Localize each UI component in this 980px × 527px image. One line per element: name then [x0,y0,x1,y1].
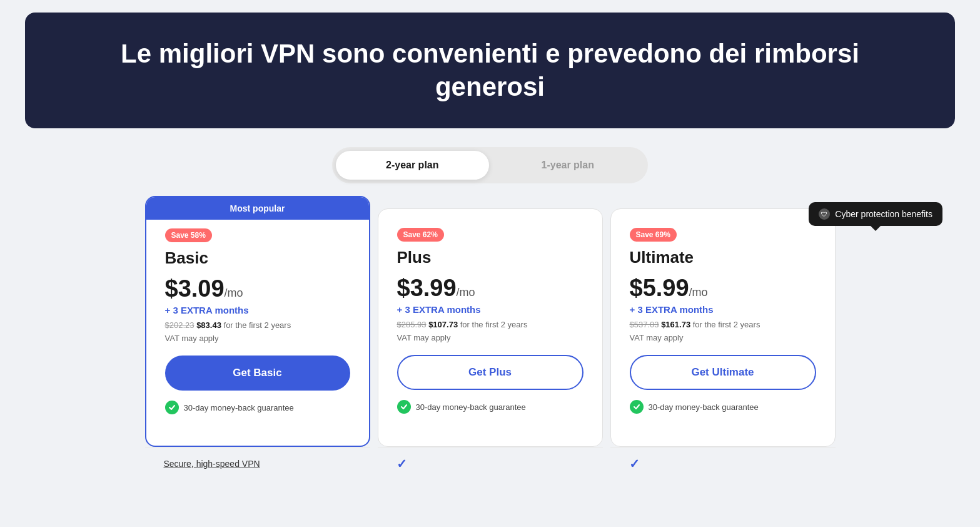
tooltip-label: Cyber protection benefits [835,209,932,219]
plan-card-plus: Save 62% Plus $3.99/mo + 3 EXTRA months … [378,208,603,447]
plan-name-ultimate: Ultimate [630,248,816,267]
save-badge-plus: Save 62% [397,228,444,242]
plan-name-basic: Basic [165,248,350,268]
money-back-icon-basic [165,401,179,414]
plan-price-basic: $3.09/mo [165,275,350,302]
page-wrapper: Le migliori VPN sono convenienti e preve… [0,13,980,505]
extra-months-ultimate: + 3 EXTRA months [630,304,816,315]
money-back-icon-ultimate [630,400,644,414]
get-ultimate-button[interactable]: Get Ultimate [630,355,816,390]
plan-price-ultimate: $5.99/mo [630,275,816,302]
tooltip-wrapper: 🛡 Cyber protection benefits [809,202,942,226]
check-plus: ✓ [397,456,407,471]
bottom-feature-row: Secure, high-speed VPN ✓ ✓ [0,447,980,480]
header-banner: Le migliori VPN sono convenienti e preve… [25,13,955,128]
billing-ultimate: $537.03 $161.73 for the first 2 years [630,320,816,329]
vat-basic: VAT may apply [165,334,350,343]
plan-card-ultimate: Save 69% Ultimate $5.99/mo + 3 EXTRA mon… [610,208,836,447]
plan-toggle: 2-year plan 1-year plan [332,147,648,183]
plan-name-plus: Plus [397,248,583,267]
billing-basic: $202.23 $83.43 for the first 2 years [165,320,350,330]
save-badge-ultimate: Save 69% [630,228,677,242]
bottom-feature-right: ✓ [610,447,836,480]
get-basic-button[interactable]: Get Basic [165,356,350,391]
secure-vpn-link[interactable]: Secure, high-speed VPN [164,459,260,469]
plan-price-plus: $3.99/mo [397,275,583,302]
save-badge-basic: Save 58% [165,228,212,242]
vat-plus: VAT may apply [397,333,583,342]
plan-toggle-wrapper: 2-year plan 1-year plan [0,147,980,183]
page-title: Le migliori VPN sono convenienti e preve… [63,38,917,103]
money-back-ultimate: 30-day money-back guarantee [630,400,816,414]
cyber-protection-tooltip: 🛡 Cyber protection benefits [809,202,942,226]
vat-ultimate: VAT may apply [630,333,816,342]
get-plus-button[interactable]: Get Plus [397,355,583,390]
bottom-feature-center: ✓ [378,447,603,480]
shield-icon: 🛡 [819,208,830,220]
plan-toggle-2year[interactable]: 2-year plan [336,151,488,180]
money-back-icon-plus [397,400,411,414]
cards-area: 🛡 Cyber protection benefits Most popular… [0,208,980,447]
billing-plus: $285.93 $107.73 for the first 2 years [397,320,583,329]
extra-months-plus: + 3 EXTRA months [397,304,583,315]
plan-toggle-1year[interactable]: 1-year plan [492,151,644,180]
extra-months-basic: + 3 EXTRA months [165,305,350,315]
plan-card-basic: Most popular Save 58% Basic $3.09/mo + 3… [145,196,370,447]
money-back-plus: 30-day money-back guarantee [397,400,583,414]
bottom-feature-left: Secure, high-speed VPN [145,447,370,480]
check-ultimate: ✓ [629,456,640,471]
money-back-basic: 30-day money-back guarantee [165,401,350,414]
popular-badge: Most popular [146,197,369,220]
